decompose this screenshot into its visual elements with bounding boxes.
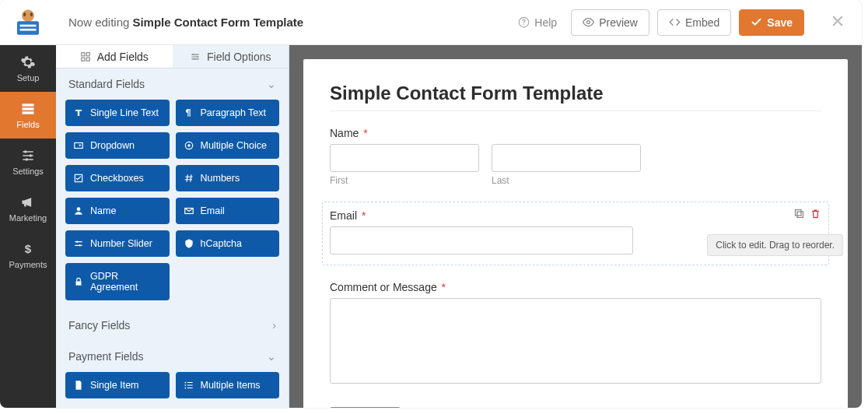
email-icon [184,205,194,216]
svg-point-25 [187,144,191,147]
duplicate-icon[interactable] [793,208,805,219]
check-icon [751,16,762,28]
svg-point-12 [24,150,26,153]
form-name[interactable]: Simple Contact Form Template [132,16,303,29]
top-actions: Help Preview Embed Save [518,9,849,36]
tab-add-label: Add Fields [97,51,149,63]
list-icon [184,380,194,391]
nav-rail: Setup Fields Settings Marketing $ Paymen… [0,45,56,408]
sliders-icon [20,148,36,163]
form-canvas[interactable]: Simple Contact Form Template Name * Firs… [303,59,848,408]
field-single-item[interactable]: Single Item [65,372,170,398]
nav-fields-label: Fields [16,120,39,129]
svg-point-7 [523,24,524,25]
nav-payments[interactable]: $ Payments [0,232,56,279]
field-single-line-text[interactable]: Single Line Text [65,100,170,126]
svg-point-34 [184,388,186,389]
save-label: Save [767,16,793,29]
comment-label: Comment or Message * [330,281,821,293]
svg-rect-35 [797,212,803,218]
svg-rect-5 [20,28,37,30]
svg-rect-4 [20,24,37,26]
name-label: Name * [330,127,821,139]
nav-settings-label: Settings [12,167,44,176]
nav-fields[interactable]: Fields [0,92,56,139]
field-name-block[interactable]: Name * First Last [330,127,821,186]
preview-button[interactable]: Preview [571,9,649,36]
tab-options-label: Field Options [207,51,271,63]
shield-icon [184,238,194,249]
checkbox-icon [73,173,84,184]
svg-point-27 [77,207,81,211]
comment-textarea[interactable] [330,298,821,384]
svg-point-21 [197,56,198,58]
svg-rect-10 [23,107,34,110]
svg-point-1 [23,12,26,16]
last-name-input[interactable] [492,144,641,172]
eye-icon [583,16,594,28]
close-button[interactable] [826,12,849,33]
payment-fields-grid: Single Item Multiple Items [56,372,289,408]
svg-point-8 [587,21,590,24]
first-name-input[interactable] [330,144,479,172]
field-numbers[interactable]: Numbers [176,165,280,191]
tab-field-options[interactable]: Field Options [173,45,289,68]
lock-icon [73,276,84,287]
help-link[interactable]: Help [518,16,557,29]
svg-rect-9 [23,104,34,106]
required-mark: * [362,209,366,222]
svg-rect-11 [23,111,34,114]
section-payment[interactable]: Payment Fields ⌄ [56,341,289,372]
dropdown-icon [73,140,84,151]
field-dropdown[interactable]: Dropdown [65,132,170,159]
field-multiple-choice[interactable]: Multiple Choice [176,132,280,159]
submit-button[interactable]: Submit [330,407,401,408]
section-payment-label: Payment Fields [68,350,143,363]
svg-point-14 [26,158,28,160]
text-icon [73,107,84,118]
field-tooltip: Click to edit. Drag to reorder. [707,234,843,256]
embed-button[interactable]: Embed [657,9,731,36]
tab-add-fields[interactable]: Add Fields [56,45,173,68]
nav-setup[interactable]: Setup [0,45,56,92]
gear-icon [20,54,36,70]
field-number-slider[interactable]: Number Slider [65,230,170,257]
field-comment-block[interactable]: Comment or Message * [330,281,821,387]
field-hcaptcha[interactable]: hCaptcha [176,230,280,257]
embed-label: Embed [685,16,719,29]
field-paragraph-text[interactable]: Paragraph Text [176,100,280,126]
svg-point-29 [76,241,78,243]
svg-rect-17 [86,52,89,55]
field-multiple-items[interactable]: Multiple Items [176,372,280,398]
section-standard[interactable]: Standard Fields ⌄ [56,68,289,100]
field-email-block[interactable]: Email * Click to edit. Drag to reorder. [322,202,829,265]
editing-prefix: Now editing [68,16,129,29]
required-mark: * [442,281,446,293]
nav-settings[interactable]: Settings [0,139,56,185]
code-icon [669,16,681,28]
save-button[interactable]: Save [739,9,804,36]
help-icon [518,16,530,28]
nav-marketing-label: Marketing [9,213,47,223]
field-email[interactable]: Email [176,198,280,224]
standard-fields-grid: Single Line Text Paragraph Text Dropdown… [56,100,289,310]
form-icon [20,101,36,117]
svg-rect-19 [86,58,89,61]
field-checkboxes[interactable]: Checkboxes [65,165,170,191]
user-icon [73,205,84,216]
help-label: Help [534,16,557,29]
form-title[interactable]: Simple Contact Form Template [330,82,821,104]
nav-marketing[interactable]: Marketing [0,185,56,232]
title-area: Now editing Simple Contact Form Template [56,16,518,29]
preview-label: Preview [599,16,638,29]
field-row-actions [793,208,821,219]
sidebar-tabs: Add Fields Field Options [56,45,289,68]
field-gdpr[interactable]: GDPR Agreement [65,263,170,300]
svg-rect-36 [796,210,802,216]
sidebar: Add Fields Field Options Standard Fields… [56,45,289,408]
field-name[interactable]: Name [65,198,170,224]
nav-setup-label: Setup [17,73,40,82]
section-fancy[interactable]: Fancy Fields › [56,310,289,341]
trash-icon[interactable] [810,208,821,219]
email-input[interactable] [330,226,633,254]
